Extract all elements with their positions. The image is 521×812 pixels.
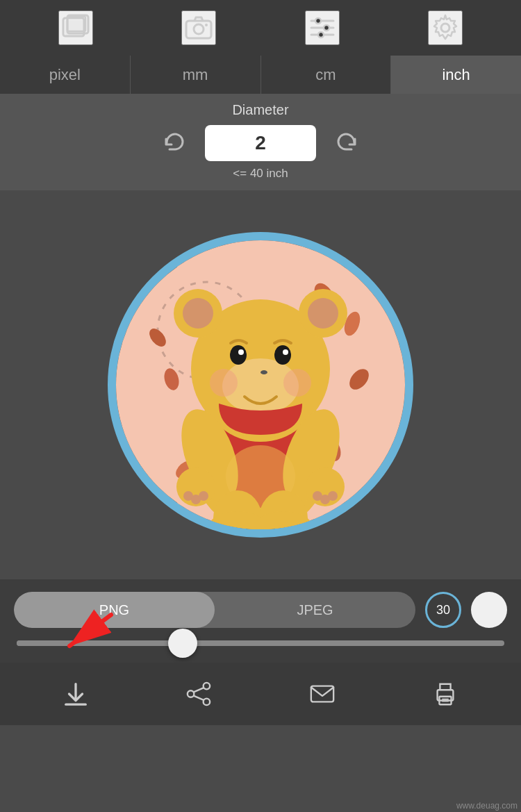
email-button[interactable]: [303, 675, 341, 713]
svg-point-57: [188, 690, 195, 697]
svg-point-30: [308, 298, 338, 329]
diameter-label: Diameter: [232, 102, 288, 118]
bottom-controls: PNG JPEG 30: [0, 579, 521, 663]
png-button[interactable]: PNG: [14, 592, 215, 628]
svg-line-59: [195, 688, 204, 692]
format-row: PNG JPEG 30: [14, 592, 507, 628]
action-bar: [0, 663, 521, 725]
slider-row: [14, 640, 507, 646]
svg-point-36: [274, 345, 291, 365]
svg-point-49: [328, 491, 338, 501]
svg-point-39: [283, 369, 311, 397]
svg-point-12: [318, 32, 324, 38]
camera-button[interactable]: [181, 10, 216, 45]
quality-badge: 30: [425, 592, 461, 628]
svg-line-60: [195, 696, 204, 700]
svg-point-37: [283, 349, 288, 355]
circle-preview: [108, 232, 413, 538]
jpeg-button[interactable]: JPEG: [215, 592, 415, 628]
diameter-controls: 2: [14, 125, 507, 161]
tab-pixel[interactable]: pixel: [0, 56, 131, 94]
toolbar: [0, 0, 521, 56]
svg-point-13: [441, 24, 449, 32]
redo-button[interactable]: [330, 126, 365, 160]
svg-point-46: [199, 491, 208, 501]
tab-inch[interactable]: inch: [391, 56, 521, 94]
tab-mm[interactable]: mm: [131, 56, 261, 94]
diameter-input[interactable]: 2: [205, 125, 316, 161]
svg-point-35: [238, 349, 244, 355]
diameter-section: Diameter 2 <= 40 inch: [0, 94, 521, 190]
print-button[interactable]: [427, 675, 465, 713]
svg-point-34: [230, 345, 247, 365]
svg-point-11: [324, 25, 329, 31]
svg-point-6: [205, 24, 208, 26]
svg-rect-61: [311, 686, 333, 702]
preview-area: [0, 190, 521, 579]
settings-button[interactable]: [428, 10, 463, 45]
svg-point-58: [204, 699, 210, 706]
watermark: www.deuag.com: [453, 799, 521, 812]
svg-point-56: [204, 683, 210, 690]
svg-point-10: [315, 18, 321, 24]
unit-tabs: pixel mm cm inch: [0, 56, 521, 94]
slider-track: [17, 640, 504, 646]
tab-cm[interactable]: cm: [261, 56, 392, 94]
share-button[interactable]: [180, 675, 218, 713]
svg-point-33: [260, 370, 267, 374]
pooh-illustration: [116, 240, 405, 529]
download-button[interactable]: [56, 675, 94, 713]
undo-button[interactable]: [156, 126, 191, 160]
svg-point-28: [183, 298, 213, 329]
color-circle: [471, 592, 507, 628]
svg-point-5: [194, 24, 204, 34]
format-toggle: PNG JPEG: [14, 592, 415, 628]
svg-point-38: [210, 369, 238, 397]
diameter-hint: <= 40 inch: [233, 167, 288, 181]
gallery-button[interactable]: [58, 10, 93, 45]
adjust-button[interactable]: [305, 10, 340, 45]
